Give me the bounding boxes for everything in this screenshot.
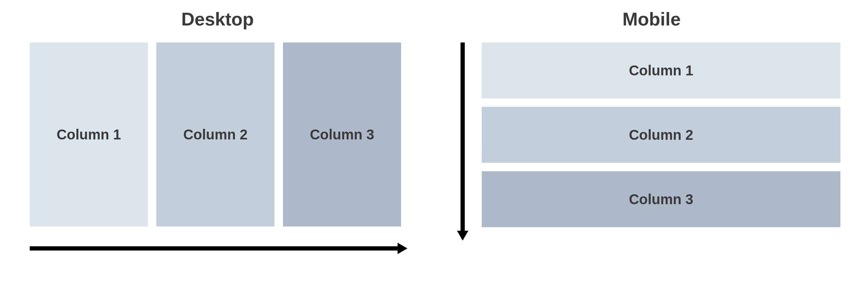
- mobile-column-1-label: Column 1: [629, 63, 693, 79]
- desktop-heading: Desktop: [0, 8, 435, 30]
- svg-marker-3: [457, 231, 468, 241]
- desktop-column-3-label: Column 3: [310, 127, 374, 143]
- desktop-column-1: Column 1: [30, 42, 148, 226]
- desktop-columns-group: Column 1 Column 2 Column 3: [30, 42, 401, 226]
- mobile-panel: Mobile Column 1 Column 2 Column 3: [435, 0, 868, 293]
- mobile-column-2-label: Column 2: [629, 127, 693, 143]
- horizontal-arrow-icon: [30, 243, 407, 254]
- mobile-column-3: Column 3: [482, 171, 840, 227]
- diagram-container: Desktop Column 1 Column 2 Column 3 Mobil…: [0, 0, 868, 293]
- desktop-panel: Desktop Column 1 Column 2 Column 3: [0, 0, 435, 293]
- desktop-column-1-label: Column 1: [57, 127, 121, 143]
- vertical-arrow-icon: [457, 42, 468, 241]
- desktop-column-2-label: Column 2: [183, 127, 248, 143]
- mobile-columns-group: Column 1 Column 2 Column 3: [482, 42, 840, 227]
- desktop-column-3: Column 3: [283, 42, 401, 226]
- mobile-column-3-label: Column 3: [629, 191, 693, 207]
- svg-marker-1: [398, 243, 407, 254]
- mobile-heading: Mobile: [435, 8, 868, 30]
- mobile-column-1: Column 1: [482, 42, 840, 98]
- mobile-column-2: Column 2: [482, 107, 840, 163]
- desktop-column-2: Column 2: [156, 42, 274, 226]
